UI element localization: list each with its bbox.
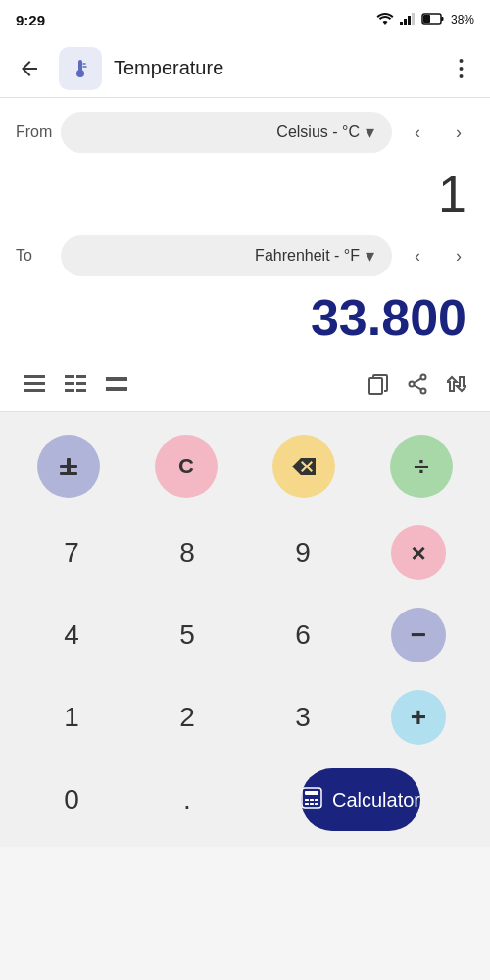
format-3-button[interactable] <box>106 375 127 393</box>
clear-cell: C <box>133 427 239 506</box>
key-dot[interactable]: . <box>131 760 243 839</box>
from-next-button[interactable]: › <box>443 117 474 148</box>
from-unit-text: Celsius - °C <box>276 123 360 141</box>
svg-rect-23 <box>76 389 86 392</box>
calculator-label: Calculator <box>332 789 420 811</box>
svg-rect-42 <box>315 803 318 805</box>
to-next-button[interactable]: › <box>443 240 474 271</box>
backspace-cell <box>251 427 357 506</box>
svg-point-27 <box>421 374 426 379</box>
svg-rect-0 <box>400 22 403 25</box>
plus-minus-cell <box>16 427 122 506</box>
add-cell: + <box>363 678 474 757</box>
key-9[interactable]: 9 <box>247 514 359 592</box>
back-button[interactable] <box>12 51 47 86</box>
svg-rect-1 <box>404 19 407 25</box>
svg-rect-22 <box>65 389 74 392</box>
key-0[interactable]: 0 <box>16 760 127 839</box>
result-value: 33.800 <box>311 288 466 347</box>
key-4[interactable]: 4 <box>16 596 127 674</box>
svg-rect-25 <box>106 387 127 391</box>
divide-button[interactable]: ÷ <box>390 435 453 498</box>
svg-rect-5 <box>441 17 444 21</box>
key-2[interactable]: 2 <box>131 678 243 757</box>
add-button[interactable]: + <box>391 690 446 745</box>
copy-button[interactable] <box>368 373 388 395</box>
app-icon <box>59 47 102 90</box>
signal-icon <box>400 12 416 28</box>
battery-icon <box>421 12 445 28</box>
from-prev-button[interactable]: ‹ <box>402 117 433 148</box>
more-options-button[interactable] <box>443 51 478 86</box>
top-bar: Temperature <box>0 39 490 98</box>
status-time: 9:29 <box>16 12 45 28</box>
key-7[interactable]: 7 <box>16 514 127 592</box>
svg-rect-26 <box>369 378 382 394</box>
svg-rect-24 <box>106 377 127 381</box>
backspace-button[interactable] <box>272 435 335 498</box>
svg-rect-2 <box>408 16 411 25</box>
subtract-button[interactable]: − <box>391 608 446 662</box>
to-unit-selector[interactable]: Fahrenheit - °F ▾ <box>61 235 392 276</box>
from-label: From <box>16 123 51 141</box>
input-value: 1 <box>438 165 466 223</box>
svg-rect-19 <box>76 375 86 378</box>
svg-point-29 <box>421 388 426 393</box>
status-bar: 9:29 38% <box>0 0 490 39</box>
plus-minus-button[interactable] <box>37 435 100 498</box>
to-unit-text: Fahrenheit - °F <box>255 247 360 265</box>
svg-rect-38 <box>310 799 314 801</box>
special-row: C ÷ <box>16 427 474 506</box>
toolbar-right <box>368 373 466 395</box>
battery-percent: 38% <box>451 13 474 26</box>
svg-line-31 <box>414 385 421 390</box>
to-label: To <box>16 247 51 265</box>
keypad: C ÷ 7 8 9 × 4 5 6 <box>0 412 490 847</box>
svg-point-9 <box>76 70 84 77</box>
toolbar <box>0 357 490 412</box>
svg-point-13 <box>459 67 463 71</box>
from-unit-selector[interactable]: Celsius - °C ▾ <box>61 112 392 153</box>
share-button[interactable] <box>408 373 427 395</box>
divide-cell: ÷ <box>368 427 474 506</box>
multiply-button[interactable]: × <box>391 525 446 580</box>
multiply-cell: × <box>363 514 474 592</box>
calculator-button[interactable]: Calculator <box>301 768 420 831</box>
svg-rect-40 <box>305 803 309 805</box>
svg-point-14 <box>459 74 463 78</box>
svg-rect-6 <box>423 15 430 23</box>
key-5[interactable]: 5 <box>131 596 243 674</box>
key-1[interactable]: 1 <box>16 678 127 757</box>
svg-point-28 <box>410 381 415 386</box>
format-1-button[interactable] <box>24 375 45 393</box>
svg-rect-41 <box>310 803 314 805</box>
page-title: Temperature <box>114 57 431 79</box>
input-display: 1 <box>0 161 490 227</box>
status-icons: 38% <box>376 12 474 28</box>
svg-rect-39 <box>315 799 318 801</box>
wifi-icon <box>376 12 394 28</box>
svg-rect-18 <box>65 375 74 378</box>
svg-rect-17 <box>24 389 45 392</box>
svg-rect-34 <box>60 472 77 475</box>
svg-rect-21 <box>76 382 86 385</box>
svg-rect-15 <box>24 375 45 378</box>
clear-button[interactable]: C <box>155 435 218 498</box>
to-dropdown-arrow: ▾ <box>366 245 374 267</box>
svg-rect-37 <box>305 799 309 801</box>
svg-rect-33 <box>60 465 77 468</box>
to-row: To Fahrenheit - °F ▾ ‹ › <box>0 227 490 284</box>
swap-button[interactable] <box>447 373 466 395</box>
key-6[interactable]: 6 <box>247 596 359 674</box>
number-grid: 7 8 9 × 4 5 6 − 1 2 3 + 0 . <box>16 514 474 839</box>
format-2-button[interactable] <box>65 375 86 393</box>
svg-rect-16 <box>24 382 45 385</box>
key-8[interactable]: 8 <box>131 514 243 592</box>
svg-rect-36 <box>305 791 318 795</box>
calculator-cell: Calculator <box>247 760 474 839</box>
from-dropdown-arrow: ▾ <box>366 122 374 143</box>
key-3[interactable]: 3 <box>247 678 359 757</box>
to-prev-button[interactable]: ‹ <box>402 240 433 271</box>
result-display: 33.800 <box>0 284 490 357</box>
svg-point-12 <box>459 59 463 63</box>
